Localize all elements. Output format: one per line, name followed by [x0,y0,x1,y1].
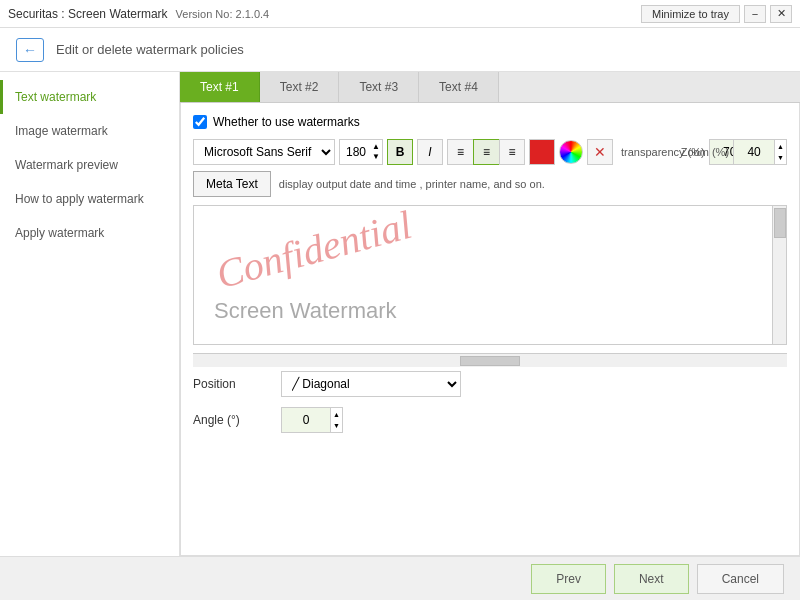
window-minimize-button[interactable]: − [744,5,766,23]
scrollbar-thumb [774,208,786,238]
sidebar-item-label: Apply watermark [15,226,104,240]
title-bar-right: Minimize to tray − ✕ [641,5,792,23]
tab-text1[interactable]: Text #1 [180,72,260,102]
sidebar-item-label: How to apply watermark [15,192,144,206]
zoom-label: Zoom (%) [681,146,729,158]
color-palette-button[interactable] [559,140,583,164]
sidebar-item-label: Image watermark [15,124,108,138]
position-label: Position [193,377,273,391]
angle-row: Angle (°) ▲ ▼ [193,407,787,433]
cancel-button[interactable]: Cancel [697,564,784,594]
footer: Prev Next Cancel [0,556,800,600]
meta-text-button[interactable]: Meta Text [193,171,271,197]
watermark-panel: Whether to use watermarks Microsoft Sans… [180,103,800,556]
tab-text3[interactable]: Text #3 [339,72,419,102]
font-family-select[interactable]: Microsoft Sans Serif [193,139,335,165]
sidebar-item-label: Text watermark [15,90,96,104]
sidebar-item-label: Watermark preview [15,158,118,172]
watermark-preview: Confidential Screen Watermark [193,205,787,345]
italic-button[interactable]: I [417,139,443,165]
tab-text2[interactable]: Text #2 [260,72,340,102]
page-title: Edit or delete watermark policies [56,42,244,57]
angle-down[interactable]: ▼ [331,420,342,431]
tab-text4[interactable]: Text #4 [419,72,499,102]
position-select[interactable]: ╱ Diagonal [281,371,461,397]
sidebar-item-watermark-preview[interactable]: Watermark preview [0,148,179,182]
sidebar-item-apply-watermark[interactable]: Apply watermark [0,216,179,250]
version-label: Version No: 2.1.0.4 [176,8,270,20]
secondary-watermark-text: Screen Watermark [214,298,397,324]
header: ← Edit or delete watermark policies [0,28,800,72]
preview-hscrollbar[interactable] [193,353,787,367]
bold-button[interactable]: B [387,139,413,165]
back-button[interactable]: ← [16,38,44,62]
next-button[interactable]: Next [614,564,689,594]
watermark-enable-label: Whether to use watermarks [213,115,360,129]
window-close-button[interactable]: ✕ [770,5,792,23]
sidebar: Text watermark Image watermark Watermark… [0,72,180,556]
align-group: ≡ ≡ ≡ [447,139,525,165]
meta-description: display output date and time , printer n… [279,178,545,190]
font-size-down[interactable]: ▼ [372,152,380,162]
zoom-input-group: ▲ ▼ [733,139,787,165]
sidebar-item-image-watermark[interactable]: Image watermark [0,114,179,148]
minimize-tray-button[interactable]: Minimize to tray [641,5,740,23]
angle-label: Angle (°) [193,413,273,427]
app-name: Securitas : Screen Watermark [8,7,168,21]
angle-input-group: ▲ ▼ [281,407,343,433]
tab-bar: Text #1 Text #2 Text #3 Text #4 [180,72,800,103]
title-bar: Securitas : Screen Watermark Version No:… [0,0,800,28]
content-area: Text #1 Text #2 Text #3 Text #4 Whether … [180,72,800,556]
sidebar-item-text-watermark[interactable]: Text watermark [0,80,179,114]
prev-button[interactable]: Prev [531,564,606,594]
font-size-up[interactable]: ▲ [372,142,380,152]
font-size-input[interactable] [340,145,372,159]
zoom-down[interactable]: ▼ [775,152,786,163]
angle-input[interactable] [281,407,331,433]
align-right-button[interactable]: ≡ [499,139,525,165]
align-center-button[interactable]: ≡ [473,139,499,165]
position-row: Position ╱ Diagonal [193,371,787,397]
watermark-enable-row: Whether to use watermarks [193,115,787,129]
align-left-button[interactable]: ≡ [447,139,473,165]
preview-scrollbar[interactable] [772,206,786,344]
meta-text-row: Meta Text display output date and time ,… [193,171,787,197]
zoom-up[interactable]: ▲ [775,141,786,152]
confidential-watermark-text: Confidential [211,205,416,298]
main-layout: Text watermark Image watermark Watermark… [0,72,800,556]
font-size-box: ▲ ▼ [339,139,383,165]
text-color-button[interactable] [529,139,555,165]
hscrollbar-thumb [460,356,520,366]
angle-up[interactable]: ▲ [331,409,342,420]
watermark-enable-checkbox[interactable] [193,115,207,129]
sidebar-item-how-to-apply[interactable]: How to apply watermark [0,182,179,216]
title-bar-left: Securitas : Screen Watermark Version No:… [8,7,269,21]
delete-color-button[interactable]: ✕ [587,139,613,165]
zoom-input[interactable] [733,139,775,165]
